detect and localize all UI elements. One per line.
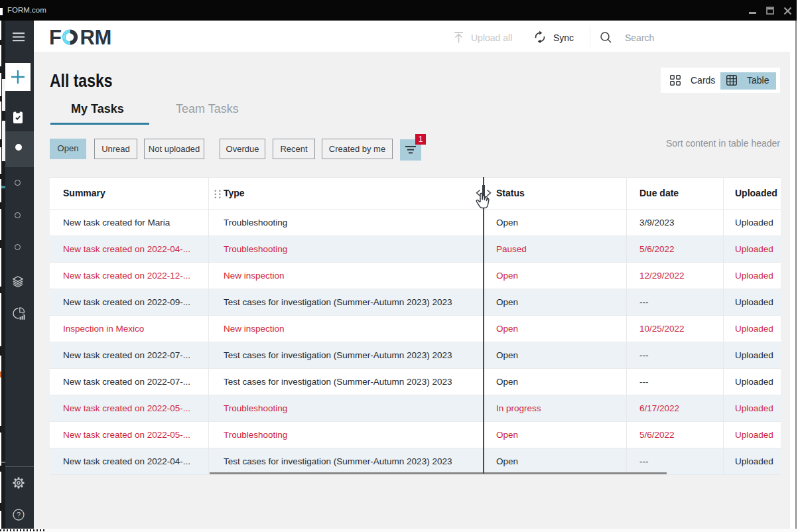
svg-text:M: M <box>95 29 112 46</box>
svg-text:F: F <box>49 29 62 46</box>
svg-text:?: ? <box>17 511 21 519</box>
svg-text:R: R <box>80 29 95 46</box>
